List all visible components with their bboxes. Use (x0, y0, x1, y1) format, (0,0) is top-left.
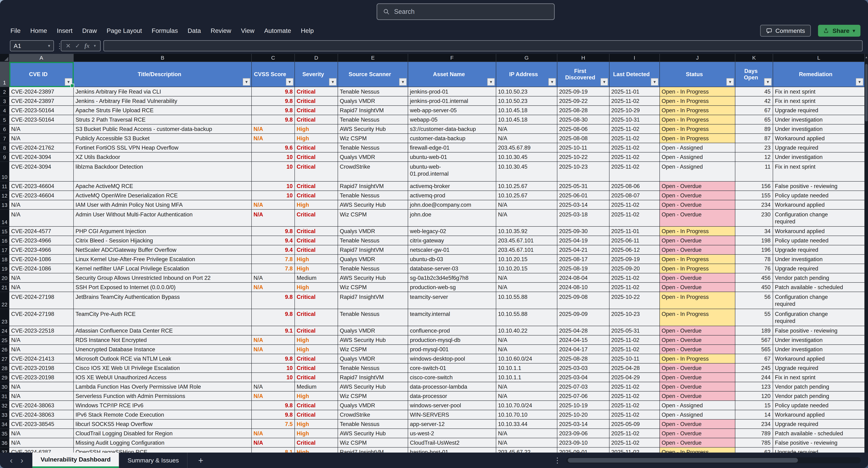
cell-title[interactable]: OpenSSH regreSSHion RCE (74, 447, 252, 453)
cell-title[interactable]: Apache ActiveMQ RCE (74, 181, 252, 191)
cell-days-open[interactable]: 234 (735, 420, 773, 429)
menu-item-insert[interactable]: Insert (57, 27, 73, 34)
cell-source-scanner[interactable]: CrowdStrike (338, 162, 408, 181)
share-button[interactable]: Share ▾ (818, 25, 861, 37)
cell-source-scanner[interactable]: Qualys VMDR (338, 326, 408, 335)
cell-status[interactable]: Open - In Progress (660, 292, 735, 309)
cell-last-detected[interactable]: 2025-10-11 (610, 354, 660, 364)
cell-status[interactable]: Open - Overdue (660, 181, 735, 191)
cell-days-open[interactable]: 14 (735, 410, 773, 420)
cell-cve-id[interactable]: N/A (9, 283, 74, 292)
cell-title[interactable]: Citrix Bleed - Session Hijacking (74, 236, 252, 245)
add-sheet-button[interactable]: + (187, 453, 214, 468)
cell-severity[interactable]: High (295, 392, 338, 401)
cell-cvss-score[interactable]: 9.8 (252, 106, 295, 115)
row-number-24[interactable]: 24 (0, 326, 9, 335)
cell-status[interactable]: Open - Overdue (660, 420, 735, 429)
filter-dropdown-icon[interactable]: ▾ (329, 78, 337, 86)
cell-cvss-score[interactable]: 9.8 (252, 292, 295, 309)
cell-severity[interactable]: High (295, 200, 338, 209)
cell-cve-id[interactable]: N/A (9, 273, 74, 283)
header-cell-last-detected[interactable]: Last Detected▾ (610, 62, 660, 87)
cell-days-open[interactable]: 456 (735, 273, 773, 283)
cell-cve-id[interactable]: CVE-2024-1086 (9, 264, 74, 273)
cell-asset-name[interactable]: CloudTrail-UsWest2 (408, 438, 496, 447)
cell-ip-address[interactable]: 10.10.25.67 (496, 181, 557, 191)
cell-source-scanner[interactable]: CrowdStrike (338, 410, 408, 420)
cell-ip-address[interactable]: 203.45.67.89 (496, 143, 557, 153)
cell-asset-name[interactable]: us-west-2 (408, 429, 496, 438)
cell-cvss-score[interactable]: 9.8 (252, 401, 295, 410)
cell-first-discovered[interactable]: 2025-09-22 (557, 96, 610, 106)
cell-days-open[interactable]: 89 (735, 125, 773, 134)
cell-status[interactable]: Open - Overdue (660, 326, 735, 335)
column-letter-C[interactable]: C (252, 54, 295, 62)
cell-cve-id[interactable]: CVE-2024-27198 (9, 292, 74, 309)
cell-title[interactable]: libcurl SOCKS5 Heap Overflow (74, 420, 252, 429)
cell-days-open[interactable]: 198 (735, 236, 773, 245)
row-number-29[interactable]: 29 (0, 373, 9, 382)
filter-dropdown-icon[interactable]: ▾ (487, 78, 495, 86)
cell-source-scanner[interactable]: Wiz CSPM (338, 345, 408, 354)
cell-title[interactable]: Apache Struts File Upload RCE (74, 106, 252, 115)
column-letter-D[interactable]: D (295, 54, 338, 62)
cell-days-open[interactable]: 565 (735, 345, 773, 354)
cell-remediation[interactable]: Configuration change required (773, 292, 865, 309)
cell-asset-name[interactable]: customer-data-backup (408, 134, 496, 143)
cell-severity[interactable]: High (295, 255, 338, 264)
cell-first-discovered[interactable]: 2024-04-15 (557, 335, 610, 345)
filter-dropdown-icon[interactable]: ▾ (651, 78, 658, 86)
cell-last-detected[interactable]: 2025-09-20 (610, 264, 660, 273)
cell-ip-address[interactable]: N/A (496, 125, 557, 134)
cell-severity[interactable]: Critical (295, 162, 338, 181)
cell-first-discovered[interactable]: 2024-04-17 (557, 345, 610, 354)
cell-source-scanner[interactable]: Rapid7 InsightVM (338, 373, 408, 382)
cell-title[interactable]: SSH Port Exposed to Internet (0.0.0.0/0) (74, 283, 252, 292)
cell-asset-name[interactable]: jenkins-prod-01 (408, 87, 496, 96)
cell-source-scanner[interactable]: Qualys VMDR (338, 96, 408, 106)
cell-cve-id[interactable]: N/A (9, 335, 74, 345)
cell-source-scanner[interactable]: Rapid7 InsightVM (338, 181, 408, 191)
cell-severity[interactable]: Medium (295, 273, 338, 283)
cell-ip-address[interactable]: 10.10.30.45 (496, 153, 557, 162)
cell-source-scanner[interactable]: AWS Security Hub (338, 273, 408, 283)
cell-severity[interactable]: High (295, 335, 338, 345)
cell-cvss-score[interactable]: 10 (252, 191, 295, 200)
cell-cvss-score[interactable]: 9.8 (252, 115, 295, 125)
filter-dropdown-icon[interactable]: ▾ (243, 78, 250, 86)
cell-last-detected[interactable]: 2025-08-07 (610, 191, 660, 200)
cell-ip-address[interactable]: 203.45.67.101 (496, 236, 557, 245)
cell-status[interactable]: Open - Overdue (660, 273, 735, 283)
cell-source-scanner[interactable]: Tenable Nessus (338, 236, 408, 245)
cell-remediation[interactable]: Workaround applied (773, 227, 865, 236)
cell-remediation[interactable]: Upgrade required (773, 143, 865, 153)
cell-status[interactable]: Open - Overdue (660, 392, 735, 401)
cell-title[interactable]: Cisco IOS XE Web UI Privilege Escalation (74, 364, 252, 373)
cell-first-discovered[interactable]: 2025-03-14 (557, 420, 610, 429)
cell-title[interactable]: JetBrains TeamCity Authentication Bypass (74, 292, 252, 309)
cell-days-open[interactable]: 87 (735, 134, 773, 143)
header-cell-first-discovered[interactable]: First Discovered▾ (557, 62, 610, 87)
cell-title[interactable]: ActiveMQ OpenWire Deserialization RCE (74, 191, 252, 200)
cell-asset-name[interactable]: data-processor (408, 392, 496, 401)
cell-remediation[interactable]: Workaround applied (773, 134, 865, 143)
cell-last-detected[interactable]: 2025-06-12 (610, 245, 660, 255)
cell-days-open[interactable]: 785 (735, 438, 773, 447)
cell-last-detected[interactable]: 2025-10-22 (610, 292, 660, 309)
cell-days-open[interactable]: 155 (735, 191, 773, 200)
cell-severity[interactable]: High (295, 134, 338, 143)
cell-first-discovered[interactable]: 2025-10-23 (557, 162, 610, 181)
cell-days-open[interactable]: 56 (735, 292, 773, 309)
row-number-32[interactable]: 32 (0, 401, 9, 410)
cell-days-open[interactable]: 245 (735, 364, 773, 373)
cell-first-discovered[interactable]: 2025-04-28 (557, 326, 610, 335)
cell-source-scanner[interactable]: Tenable Nessus (338, 143, 408, 153)
cell-first-discovered[interactable]: 2025-07-03 (557, 382, 610, 392)
cell-cve-id[interactable]: N/A (9, 429, 74, 438)
cell-cvss-score[interactable]: 9.4 (252, 236, 295, 245)
cell-last-detected[interactable]: 2025-11-02 (610, 438, 660, 447)
cell-cvss-score[interactable]: 9.8 (252, 227, 295, 236)
filter-dropdown-icon[interactable]: ▾ (548, 78, 556, 86)
cell-last-detected[interactable]: 2025-06-11 (610, 236, 660, 245)
cell-last-detected[interactable]: 2025-10-29 (610, 106, 660, 115)
